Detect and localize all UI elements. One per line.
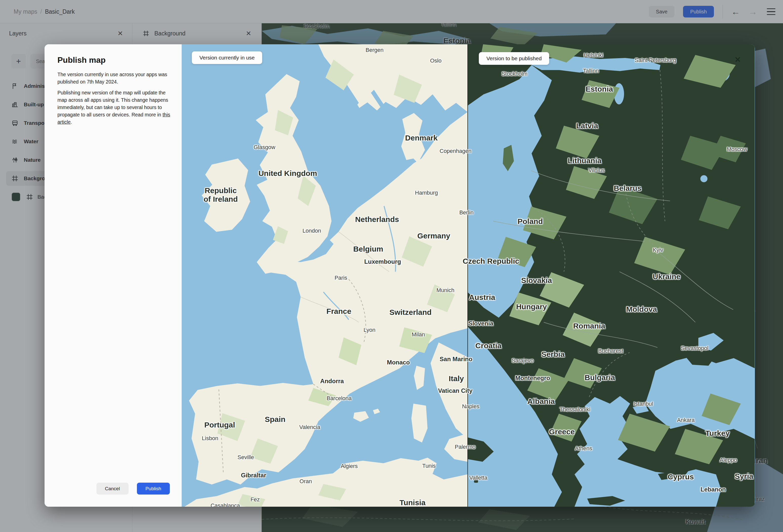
dialog-title: Publish map [58, 56, 105, 65]
dialog-paragraph-1: The version currently in use across your… [58, 71, 171, 86]
new-version-badge: Version to be published [479, 52, 549, 65]
dialog-paragraph-2: Publishing new version of the map will u… [58, 89, 171, 126]
current-version-badge: Version currently in use [192, 51, 262, 64]
app-window: My maps / Basic_Dark Save Publish ← → La… [0, 0, 783, 532]
map-x-marker-icon: ✕ [734, 55, 741, 64]
map-current-version[interactable] [182, 44, 468, 507]
publish-modal: Version currently in use Version to be p… [44, 44, 755, 507]
publish-dialog: Publish map The version currently in use… [44, 44, 182, 507]
cancel-button[interactable]: Cancel [96, 483, 129, 495]
map-new-version[interactable] [468, 44, 755, 507]
dialog-publish-button[interactable]: Publish [137, 483, 170, 495]
compare-split-divider[interactable] [467, 44, 468, 507]
